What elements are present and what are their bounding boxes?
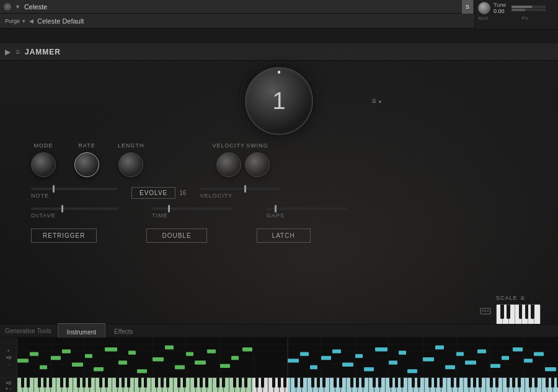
svg-rect-59: [435, 346, 444, 349]
svg-rect-60: [445, 365, 455, 369]
large-knob[interactable]: 1: [245, 67, 313, 135]
octave-slider-group: OcTAVE: [31, 207, 118, 219]
note-slider-group: NOTE: [31, 188, 118, 199]
large-knob-value: 1: [272, 88, 285, 115]
svg-rect-68: [534, 352, 544, 355]
svg-rect-63: [477, 349, 486, 353]
knob-menu-icon[interactable]: ≡ ▾: [372, 95, 381, 106]
piano-roll: + +0 -: [0, 338, 558, 392]
svg-rect-30: [72, 363, 83, 367]
purge-button[interactable]: Purge: [5, 18, 20, 24]
nav-prev-icon[interactable]: ◀: [29, 18, 33, 24]
svg-rect-29: [62, 349, 71, 353]
purge-area: Purge ▾: [5, 18, 25, 24]
swing-knob-group: SWING: [245, 142, 270, 177]
instrument-tab[interactable]: Instrument: [58, 323, 105, 339]
close-button[interactable]: ×: [4, 3, 11, 11]
svg-point-1: [482, 310, 484, 312]
velocity-knob-group: VELOCITY: [213, 142, 246, 177]
gaps-label: GAPS: [267, 212, 347, 219]
svg-rect-28: [51, 356, 61, 360]
svg-rect-49: [321, 356, 331, 360]
s-button[interactable]: S: [462, 0, 473, 14]
svg-rect-55: [389, 360, 397, 364]
keyboard-plus[interactable]: +: [5, 386, 8, 392]
note-label: NOTE: [31, 193, 118, 199]
title-arrow[interactable]: ▼: [15, 4, 20, 10]
svg-rect-61: [456, 352, 464, 355]
svg-rect-34: [118, 360, 127, 364]
midi-icon[interactable]: [480, 305, 491, 319]
svg-rect-86: [17, 378, 558, 392]
evolve-button[interactable]: EVOLVE: [131, 187, 175, 199]
svg-rect-27: [40, 365, 47, 369]
retrigger-button[interactable]: RETRIGGER: [31, 229, 97, 243]
scale-menu-icon[interactable]: ≡: [521, 294, 525, 302]
svg-rect-67: [524, 359, 533, 362]
svg-rect-58: [423, 357, 434, 361]
rate-knob-group: RATE: [74, 142, 99, 177]
svg-rect-46: [288, 359, 299, 362]
octave-slider[interactable]: [31, 207, 118, 210]
tune-knob[interactable]: [478, 2, 490, 14]
rate-label: RATE: [78, 142, 95, 149]
title-text: Celeste: [24, 3, 47, 11]
sliders-row-1: NOTE EVOLVE 16 VELOCITY: [0, 187, 558, 199]
velocity-label: VELOCITY: [213, 142, 246, 149]
time-slider[interactable]: [152, 207, 232, 210]
svg-rect-42: [207, 349, 216, 353]
svg-rect-45: [242, 347, 252, 351]
swing-knob[interactable]: [245, 152, 270, 177]
svg-rect-54: [375, 347, 388, 351]
roll-content: + +0 -: [0, 338, 558, 377]
svg-rect-35: [128, 351, 136, 354]
steps-value: 16: [179, 189, 186, 196]
double-button[interactable]: DOUBLE: [146, 229, 206, 243]
octave-label: OcTAVE: [31, 212, 118, 219]
bottom-tabs: Generative Tools Instrument Effects: [0, 324, 558, 338]
rate-knob[interactable]: [74, 152, 99, 177]
tune-slider-1[interactable]: [512, 6, 546, 8]
svg-rect-31: [85, 354, 92, 358]
effects-tab[interactable]: Effects: [105, 323, 141, 338]
play-icon[interactable]: ▶: [5, 48, 11, 56]
jammer-title: JAMMER: [25, 48, 61, 56]
mode-knob[interactable]: [31, 152, 56, 177]
tune-slider-2[interactable]: [512, 9, 546, 11]
purge-dropdown-icon[interactable]: ▾: [22, 18, 25, 24]
velocity-slider[interactable]: [200, 188, 280, 190]
svg-rect-36: [137, 369, 147, 373]
octave-plus[interactable]: +: [7, 348, 10, 354]
svg-rect-69: [545, 367, 556, 371]
jammer-menu-icon[interactable]: ≡: [16, 48, 20, 56]
octave-value: +0: [6, 355, 11, 360]
length-knob[interactable]: [118, 152, 143, 177]
aux-label: AUX: [478, 15, 488, 21]
piano-keys-strip[interactable]: [17, 378, 558, 392]
generative-tools-label: Generative Tools: [5, 328, 51, 334]
jammer-header: ▶ ≡ JAMMER: [0, 43, 558, 61]
svg-point-3: [487, 310, 489, 312]
evolve-area: EVOLVE 16: [131, 187, 186, 199]
svg-rect-53: [364, 367, 374, 371]
title-bar-left: × ▼ Celeste: [4, 3, 47, 11]
svg-rect-66: [513, 347, 523, 351]
tune-label: Tune: [494, 2, 506, 8]
octave-minus[interactable]: -: [7, 362, 9, 367]
sliders-row-2: OcTAVE TIME GAPS: [0, 207, 558, 219]
main-area: ▶ ≡ JAMMER 1 ≡ ▾ MODE RAT: [0, 43, 558, 336]
svg-rect-37: [153, 357, 164, 361]
velocity-slider-label: VELOCITY: [200, 193, 280, 199]
svg-rect-39: [175, 365, 185, 369]
length-knob-group: LENGTH: [118, 142, 144, 177]
latch-button[interactable]: LATCH: [257, 229, 311, 243]
velocity-knob[interactable]: [216, 152, 241, 177]
svg-rect-65: [502, 356, 509, 360]
length-label: LENGTH: [118, 142, 144, 149]
note-slider[interactable]: [31, 188, 118, 190]
keyboard-minus[interactable]: -: [10, 386, 12, 392]
buttons-row: RETRIGGER DOUBLE LATCH: [0, 229, 558, 243]
svg-rect-48: [310, 365, 317, 369]
gaps-slider[interactable]: [267, 207, 347, 210]
svg-rect-25: [17, 359, 29, 362]
